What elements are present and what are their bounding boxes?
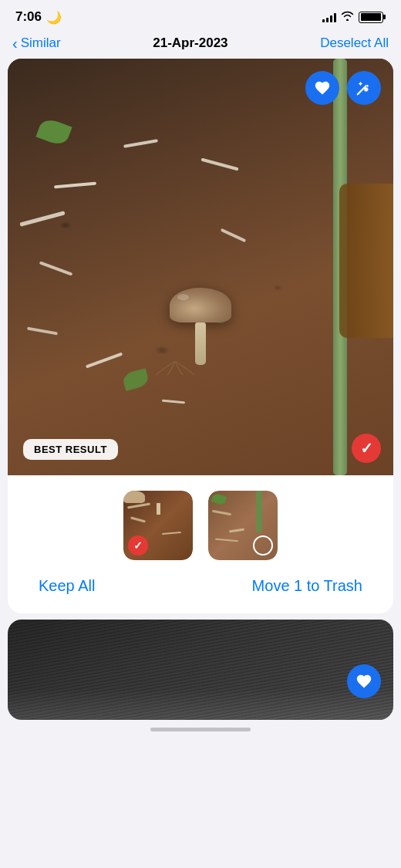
back-label: Similar xyxy=(21,35,61,51)
status-icons xyxy=(322,11,386,23)
signal-icon xyxy=(322,12,336,22)
deselect-all-button[interactable]: Deselect All xyxy=(320,35,389,51)
status-time: 7:06 xyxy=(15,9,42,25)
heart-button[interactable] xyxy=(305,71,339,105)
second-card-image xyxy=(8,620,393,720)
thumbnails-row xyxy=(8,475,393,568)
photo-image[interactable]: BEST RESULT xyxy=(8,59,393,475)
chevron-left-icon: ‹ xyxy=(12,35,18,51)
right-organic xyxy=(339,184,393,338)
thumb1-selected-check xyxy=(128,535,148,556)
main-photo-card: BEST RESULT xyxy=(8,59,393,613)
best-result-badge: BEST RESULT xyxy=(23,439,118,460)
back-button[interactable]: ‹ Similar xyxy=(12,35,61,51)
thumbnail-1[interactable] xyxy=(123,491,193,560)
second-photo-card xyxy=(8,620,393,720)
status-bar: 7:06 🌙 xyxy=(0,0,401,31)
move-to-trash-button[interactable]: Move 1 to Trash xyxy=(252,577,362,595)
thumbnail-2[interactable] xyxy=(208,491,278,560)
nav-bar: ‹ Similar 21-Apr-2023 Deselect All xyxy=(0,31,401,59)
moon-icon: 🌙 xyxy=(46,10,62,25)
image-action-buttons xyxy=(305,71,381,105)
battery-icon xyxy=(359,12,386,23)
keep-all-button[interactable]: Keep All xyxy=(39,577,95,595)
home-bar xyxy=(150,728,251,731)
action-buttons-row: Keep All Move 1 to Trash xyxy=(8,568,393,598)
home-indicator xyxy=(0,720,401,735)
wifi-icon xyxy=(341,11,354,23)
selected-check-indicator xyxy=(352,434,381,463)
thumb1-mushroom xyxy=(123,491,193,515)
second-card-heart-button[interactable] xyxy=(347,664,381,698)
mushroom xyxy=(170,288,231,377)
thumb2-unselected-circle xyxy=(253,535,273,556)
nav-title: 21-Apr-2023 xyxy=(153,35,227,51)
magic-wand-button[interactable] xyxy=(347,71,381,105)
